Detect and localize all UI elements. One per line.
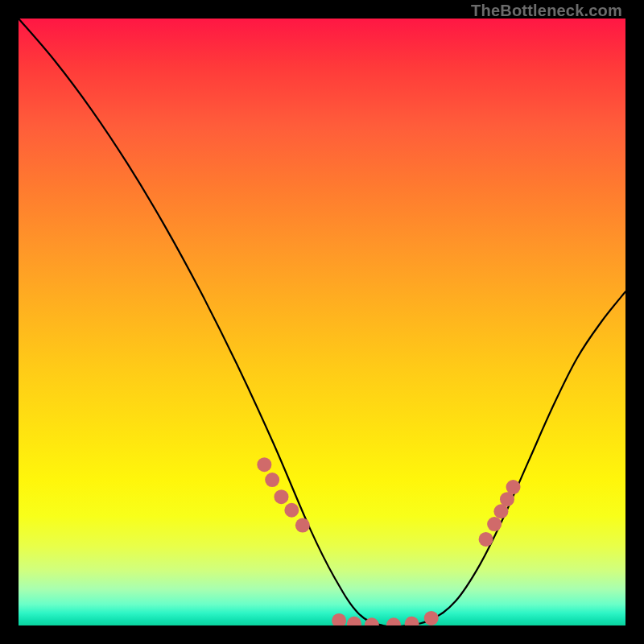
plot-background-gradient <box>19 19 625 625</box>
chart-container <box>19 19 625 625</box>
attribution-text: TheBottleneck.com <box>471 2 622 20</box>
